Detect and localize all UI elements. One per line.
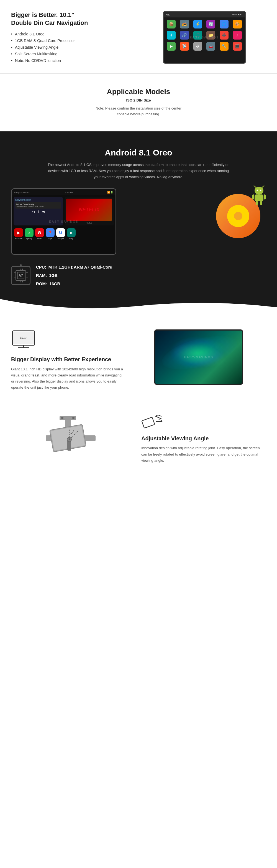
app-icon-downloads: ⬇ (167, 31, 176, 39)
oreo-icon-area (211, 188, 266, 238)
svg-rect-41 (142, 417, 155, 428)
google-icon: G (56, 228, 65, 237)
app-spotify: ♪ Spotify (25, 228, 33, 240)
hero-text-block: Bigger is Better. 10.1" Double Din Car N… (11, 11, 134, 65)
spotify-label: Spotify (26, 238, 32, 240)
netflix-logo-text: NETFLIX (79, 207, 100, 213)
android-screen-top-bar: EasyConnection 2:37 AM 📶 🔋 (12, 189, 115, 195)
svg-rect-10 (256, 201, 258, 205)
netflix-panel: NETFLIX TABLE (64, 197, 114, 225)
app-icon-video: 🎬 (233, 42, 242, 51)
app-icon-radio: 📡 (180, 42, 189, 51)
viewing-desc: Innovation design with adjustable rotati… (141, 445, 266, 463)
app-icon-torque: 🔧 (220, 42, 228, 51)
app-icon-steering: 🚗 (206, 42, 215, 51)
maps-label: Maps (48, 238, 52, 240)
feature-item-4: Split Screen Multitasking (11, 52, 134, 56)
feature-item-2: 1GB RAM & Quad-Core Processor (11, 38, 134, 43)
svg-point-5 (257, 190, 258, 191)
hero-device-image: APK 00:14 ◀ ▶ □ 📦 📻 ⚡ 🔄 🌐 🎨 ⬇ 🔗 🎵 📁 ➕ ♪ … (143, 11, 266, 64)
viewing-title: Adjustable Viewing Angle (141, 435, 266, 442)
hero-features-list: Android 8.1 Oreo 1GB RAM & Quad-Core Pro… (11, 32, 134, 63)
app-icon-music: ♪ (233, 31, 242, 39)
google-label: Google (58, 238, 64, 240)
prev-btn[interactable]: ⏮ (32, 210, 35, 214)
wave-transition (0, 299, 277, 313)
svg-point-36 (72, 417, 75, 419)
song-artist: Alec Benjamin - Let Me Down Slowly (16, 206, 60, 208)
rom-text: ROM: (36, 281, 47, 286)
music-info: Let Me Down Slowly Alec Benjamin - Let M… (15, 202, 61, 209)
cpu-value: MTK 1.2GHz ARM A7 Quad-Core (49, 265, 112, 270)
svg-point-35 (61, 417, 63, 419)
display-watermark: EASY-SAVINGS (184, 355, 213, 359)
android-heading: Android 8.1 Oreo (11, 148, 266, 157)
oreo-wrapper (216, 194, 260, 238)
android-content-row: EasyConnection 2:37 AM 📶 🔋 EasyConnectio… (11, 188, 266, 255)
viewing-section: Adjustable Viewing Angle Innovation desi… (0, 402, 277, 480)
feature-item-3: Adjustable Viewing Angle (11, 45, 134, 50)
next-btn[interactable]: ⏭ (41, 210, 45, 214)
viewing-right: Adjustable Viewing Angle Innovation desi… (141, 413, 266, 463)
svg-point-0 (254, 187, 264, 194)
feature-item-5: Note: No CD/DVD function (11, 58, 134, 63)
android-section: Android 8.1 Oreo The newest Android 8.1 … (0, 131, 277, 299)
app-icon-easy: 🔗 (180, 31, 189, 39)
android-screen-device: EasyConnection 2:37 AM 📶 🔋 EasyConnectio… (11, 188, 116, 255)
svg-rect-7 (254, 194, 264, 201)
spotify-icon: ♪ (25, 228, 33, 237)
netflix-label: Netflix (37, 238, 42, 240)
bracket-svg (43, 413, 104, 463)
models-section: Applicable Models ISO 2 DIN Size Note: P… (0, 73, 277, 131)
play-icon: ▶ (67, 228, 76, 237)
display-section: 10.1" Bigger Display with Better Experie… (0, 313, 277, 402)
youtube-icon: ▶ (14, 228, 23, 237)
svg-point-6 (260, 190, 261, 191)
app-icon-settings: ⚙ (193, 42, 202, 51)
svg-rect-9 (264, 194, 266, 199)
wave-svg (0, 299, 277, 313)
ram-line: RAM: 1GB (36, 271, 112, 280)
display-title: Bigger Display with Better Experience (11, 356, 123, 363)
music-controls: ⏮ ⏸ ⏭ (15, 210, 61, 214)
app-icon-gplay: ▶ (167, 42, 176, 51)
cpu-section: A7 CPU: MTK 1.2GHz ARM A7 Quad-Core RAM:… (11, 255, 266, 299)
svg-rect-11 (260, 201, 262, 205)
netflix-icon: N (35, 228, 44, 237)
app-google: G Google (56, 228, 65, 240)
app-icon-add: ➕ (220, 31, 228, 39)
app-icon-esfile: 📁 (206, 31, 215, 39)
monitor-icon-wrapper: 10.1" (11, 330, 123, 351)
progress-bar (15, 215, 61, 215)
app-icon-aux: 📻 (180, 20, 189, 29)
play-label: Play (69, 238, 73, 240)
android-description: The newest Android 8.1 OS improves memor… (44, 162, 233, 180)
ram-text: RAM: (36, 273, 47, 278)
app-icon-bootanim: 🔄 (206, 20, 215, 29)
app-netflix: N Netflix (35, 228, 44, 240)
svg-rect-8 (252, 194, 254, 199)
models-iso: ISO 2 DIN Size (11, 98, 266, 102)
display-left: 10.1" Bigger Display with Better Experie… (11, 330, 123, 391)
cpu-chip-svg: A7 (12, 267, 29, 284)
hero-title: Bigger is Better. 10.1" Double Din Car N… (11, 11, 134, 27)
viewing-left (11, 413, 136, 463)
android-content-area: EasyConnection Let Me Down Slowly Alec B… (12, 195, 115, 227)
app-maps: 📍 Maps (46, 228, 55, 240)
svg-text:10.1": 10.1" (20, 336, 27, 339)
play-btn[interactable]: ⏸ (36, 210, 40, 214)
display-desc: Giant 10.1 inch HD display with 1024x600… (11, 366, 123, 391)
youtube-label: YouTube (15, 238, 23, 240)
oreo-dot (234, 212, 242, 220)
app-icon-chrome: 🌐 (220, 20, 228, 29)
models-heading: Applicable Models (11, 87, 266, 96)
device-apps-grid: 📦 📻 ⚡ 🔄 🌐 🎨 ⬇ 🔗 🎵 📁 ➕ ♪ ▶ 📡 ⚙ 🚗 🔧 🎬 (164, 18, 245, 53)
hero-section: Bigger is Better. 10.1" Double Din Car N… (0, 0, 277, 73)
svg-line-1 (254, 186, 256, 187)
app-icon-bluetooth: ⚡ (193, 20, 202, 29)
device-top-bar: APK 00:14 ◀ ▶ □ (164, 12, 245, 18)
song-title: Let Me Down Slowly (16, 203, 60, 205)
android-robot-svg (252, 186, 266, 205)
device-mockup: APK 00:14 ◀ ▶ □ 📦 📻 ⚡ 🔄 🌐 🎨 ⬇ 🔗 🎵 📁 ➕ ♪ … (163, 11, 246, 64)
svg-line-3 (262, 186, 264, 187)
